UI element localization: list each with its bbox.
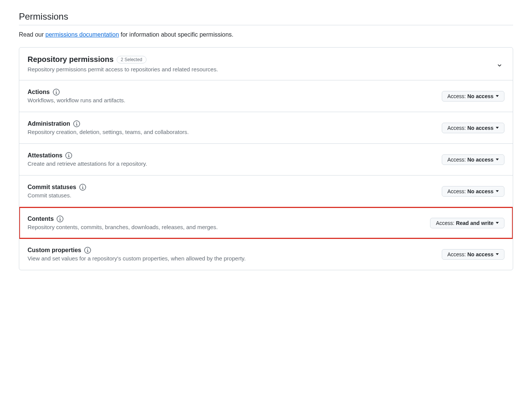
page-title: Permissions	[19, 11, 513, 25]
permission-row-contents: ContentsRepository contents, commits, br…	[19, 207, 513, 239]
access-value: No access	[467, 125, 493, 131]
access-dropdown-administration[interactable]: Access: No access	[442, 123, 504, 133]
permission-left: Commit statusesCommit statuses.	[28, 184, 86, 199]
access-value: Read and write	[456, 220, 493, 226]
chevron-down-icon	[496, 62, 503, 69]
info-icon[interactable]	[65, 152, 72, 159]
permission-row-custom-properties: Custom propertiesView and set values for…	[19, 239, 513, 270]
panel-header-title-row: Repository permissions 2 Selected	[28, 55, 218, 64]
intro-prefix: Read our	[19, 31, 45, 38]
permission-title-row: Administration	[28, 120, 189, 127]
permissions-panel: Repository permissions 2 Selected Reposi…	[19, 47, 513, 270]
permission-row-commit-statuses: Commit statusesCommit statuses.Access: N…	[19, 176, 513, 207]
permission-title: Administration	[28, 120, 70, 127]
permission-title-row: Attestations	[28, 152, 147, 159]
info-icon[interactable]	[79, 184, 86, 191]
caret-down-icon	[496, 127, 499, 129]
access-dropdown-attestations[interactable]: Access: No access	[442, 154, 504, 165]
caret-down-icon	[496, 222, 499, 224]
access-value: No access	[467, 93, 493, 99]
permission-left: AdministrationRepository creation, delet…	[28, 120, 189, 135]
permission-left: AttestationsCreate and retrieve attestat…	[28, 152, 147, 167]
permission-description: View and set values for a repository's c…	[28, 255, 246, 262]
info-icon[interactable]	[73, 120, 80, 127]
caret-down-icon	[496, 253, 499, 255]
permission-description: Repository contents, commits, branches, …	[28, 224, 218, 230]
access-label: Access:	[447, 125, 466, 131]
permission-description: Commit statuses.	[28, 192, 86, 199]
info-icon[interactable]	[84, 247, 91, 254]
permission-description: Workflows, workflow runs and artifacts.	[28, 97, 125, 103]
access-dropdown-custom-properties[interactable]: Access: No access	[442, 249, 504, 260]
permissions-doc-link[interactable]: permissions documentation	[45, 31, 119, 38]
access-dropdown-contents[interactable]: Access: Read and write	[430, 218, 504, 228]
info-icon[interactable]	[57, 216, 63, 222]
section-title: Repository permissions	[28, 55, 114, 64]
caret-down-icon	[496, 159, 499, 160]
permission-title: Attestations	[28, 152, 62, 159]
intro-suffix: for information about specific permissio…	[119, 31, 233, 38]
permission-row-attestations: AttestationsCreate and retrieve attestat…	[19, 144, 513, 176]
permission-title: Commit statuses	[28, 184, 76, 191]
permission-title-row: Commit statuses	[28, 184, 86, 191]
caret-down-icon	[496, 190, 499, 192]
permission-title: Actions	[28, 89, 50, 95]
info-icon[interactable]	[53, 89, 60, 95]
permission-title-row: Custom properties	[28, 247, 246, 254]
permission-description: Create and retrieve attestations for a r…	[28, 160, 147, 167]
permission-title-row: Actions	[28, 89, 125, 95]
permission-left: ActionsWorkflows, workflow runs and arti…	[28, 89, 125, 103]
access-dropdown-actions[interactable]: Access: No access	[442, 91, 504, 102]
repository-permissions-header[interactable]: Repository permissions 2 Selected Reposi…	[19, 48, 513, 80]
selected-count-badge: 2 Selected	[117, 56, 146, 63]
access-label: Access:	[447, 157, 466, 163]
access-value: No access	[467, 157, 493, 163]
permission-title: Custom properties	[28, 247, 81, 254]
access-label: Access:	[447, 93, 466, 99]
access-value: No access	[467, 251, 493, 257]
caret-down-icon	[496, 95, 499, 97]
permission-list: ActionsWorkflows, workflow runs and arti…	[19, 80, 513, 270]
permission-left: ContentsRepository contents, commits, br…	[28, 216, 218, 230]
section-description: Repository permissions permit access to …	[28, 66, 218, 72]
permission-title: Contents	[28, 216, 54, 222]
access-label: Access:	[436, 220, 454, 226]
permission-row-administration: AdministrationRepository creation, delet…	[19, 112, 513, 144]
permission-row-actions: ActionsWorkflows, workflow runs and arti…	[19, 80, 513, 112]
permission-left: Custom propertiesView and set values for…	[28, 247, 246, 262]
intro-text: Read our permissions documentation for i…	[19, 31, 513, 38]
access-label: Access:	[447, 251, 466, 257]
access-value: No access	[467, 188, 493, 194]
access-label: Access:	[447, 188, 466, 194]
access-dropdown-commit-statuses[interactable]: Access: No access	[442, 186, 504, 197]
permission-title-row: Contents	[28, 216, 218, 222]
permission-description: Repository creation, deletion, settings,…	[28, 129, 189, 135]
panel-header-left: Repository permissions 2 Selected Reposi…	[28, 55, 218, 72]
